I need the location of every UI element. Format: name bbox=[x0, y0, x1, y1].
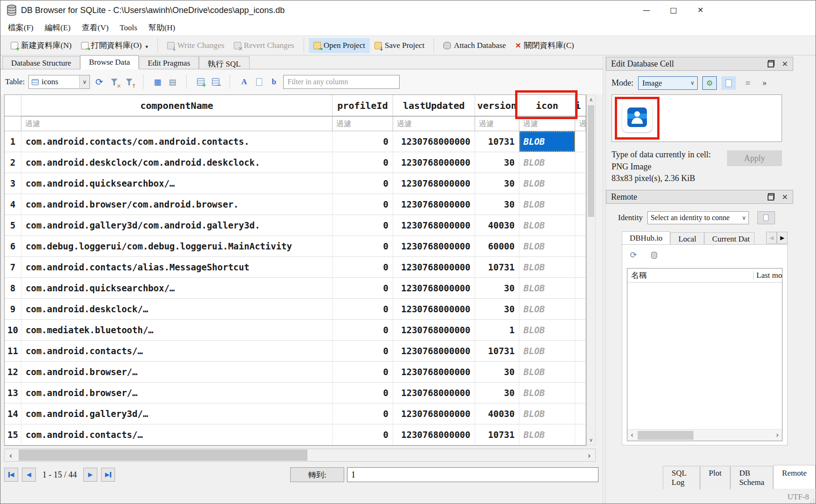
close-panel-icon[interactable]: ✕ bbox=[782, 60, 788, 68]
component-name-cell[interactable]: com.android.deskclock/… bbox=[21, 299, 333, 319]
icon-blob-cell[interactable]: BLOB bbox=[519, 403, 575, 424]
menu-file[interactable]: 檔案(F) bbox=[2, 21, 39, 34]
scroll-down-icon[interactable]: ∨ bbox=[587, 435, 595, 444]
icon-blob-cell[interactable]: BLOB bbox=[519, 362, 575, 382]
encoding-status[interactable]: UTF-8 bbox=[788, 492, 809, 502]
overflow-cell[interactable] bbox=[575, 194, 586, 215]
clone-database-button[interactable] bbox=[648, 249, 660, 261]
remote-list-modified-header[interactable]: Last mo bbox=[753, 271, 782, 280]
table-row[interactable]: 10com.mediatek.bluetooth/…01230768000000… bbox=[5, 320, 586, 341]
resize-grip[interactable] bbox=[810, 499, 815, 504]
component-name-cell[interactable]: com.android.browser/com.android.browser. bbox=[21, 194, 333, 215]
profile-id-cell[interactable]: 0 bbox=[333, 215, 393, 235]
delete-record-button[interactable] bbox=[210, 76, 221, 87]
last-updated-cell[interactable]: 1230768000000 bbox=[393, 299, 475, 319]
open-project-button[interactable]: Open Project bbox=[309, 38, 370, 53]
remote-list-scrollbar[interactable]: ‹ › bbox=[627, 429, 782, 441]
vertical-scrollbar[interactable]: ∧ ∨ bbox=[586, 94, 596, 445]
filter-componentName[interactable]: 過濾 bbox=[21, 116, 333, 131]
table-row[interactable]: 15com.android.contacts/…0123076800000010… bbox=[5, 424, 586, 445]
save-table-view-button[interactable]: ▦ bbox=[152, 76, 163, 87]
last-updated-cell[interactable]: 1230768000000 bbox=[393, 403, 475, 424]
horizontal-scrollbar[interactable]: ‹ › bbox=[4, 449, 596, 462]
profile-id-cell[interactable]: 0 bbox=[333, 194, 393, 215]
table-row[interactable]: 5com.android.gallery3d/com.android.galle… bbox=[5, 215, 586, 236]
profile-id-cell[interactable]: 0 bbox=[333, 152, 393, 173]
identity-select[interactable]: Select an identity to conne ∨ bbox=[647, 211, 749, 224]
goto-button[interactable]: 轉到: bbox=[290, 467, 344, 482]
horizontal-scroll-thumb[interactable] bbox=[19, 450, 307, 461]
icon-blob-cell[interactable]: BLOB bbox=[519, 320, 575, 340]
tab-scroll-right-icon[interactable]: ▶ bbox=[777, 232, 788, 244]
column-header-icon[interactable]: icon bbox=[519, 95, 575, 116]
scroll-left-icon[interactable]: ‹ bbox=[627, 430, 637, 440]
icon-blob-cell[interactable]: BLOB bbox=[519, 383, 575, 403]
version-cell[interactable]: 30 bbox=[475, 383, 519, 403]
version-cell[interactable]: 40030 bbox=[475, 215, 519, 235]
table-row[interactable]: 9com.android.deskclock/…0123076800000030… bbox=[5, 299, 586, 320]
print-button[interactable]: ▤ bbox=[167, 76, 178, 87]
close-panel-icon[interactable]: ✕ bbox=[782, 193, 788, 202]
overflow-cell[interactable] bbox=[575, 215, 586, 235]
profile-id-cell[interactable]: 0 bbox=[333, 383, 393, 403]
menu-edit[interactable]: 編輯(E) bbox=[39, 21, 76, 34]
component-name-cell[interactable]: com.debug.loggerui/com.debug.loggerui.Ma… bbox=[21, 236, 333, 256]
row-number-cell[interactable]: 5 bbox=[5, 215, 21, 235]
version-cell[interactable]: 40030 bbox=[475, 403, 519, 424]
icon-blob-cell[interactable]: BLOB bbox=[519, 236, 575, 256]
column-header-overflow[interactable]: i bbox=[575, 95, 586, 116]
tab-plot[interactable]: Plot bbox=[700, 466, 730, 490]
menu-view[interactable]: 查看(V) bbox=[76, 21, 115, 34]
component-name-cell[interactable]: com.android.quicksearchbox/… bbox=[21, 173, 333, 194]
version-cell[interactable]: 60000 bbox=[475, 236, 519, 256]
component-name-cell[interactable]: com.mediatek.bluetooth/… bbox=[21, 320, 333, 340]
overflow-cell[interactable] bbox=[575, 173, 586, 194]
table-row[interactable]: 6com.debug.loggerui/com.debug.loggerui.M… bbox=[5, 236, 586, 257]
column-header-version[interactable]: version bbox=[475, 95, 519, 116]
tab-remote[interactable]: Remote bbox=[773, 465, 816, 489]
overflow-cell[interactable] bbox=[575, 320, 586, 340]
table-row[interactable]: 12com.android.browser/…0123076800000030B… bbox=[5, 362, 586, 383]
row-number-cell[interactable]: 11 bbox=[5, 341, 21, 361]
last-updated-cell[interactable]: 1230768000000 bbox=[393, 424, 475, 445]
profile-id-cell[interactable]: 0 bbox=[333, 257, 393, 277]
attach-database-button[interactable]: Attach Database bbox=[439, 38, 510, 53]
overflow-cell[interactable] bbox=[575, 299, 586, 319]
word-wrap-button[interactable]: ≡ bbox=[741, 76, 755, 90]
profile-id-cell[interactable]: 0 bbox=[333, 403, 393, 424]
clear-filters-button[interactable]: ✕ bbox=[109, 76, 120, 87]
revert-changes-button[interactable]: Revert Changes bbox=[229, 38, 299, 53]
save-project-button[interactable]: Save Project bbox=[370, 38, 429, 53]
component-name-cell[interactable]: com.android.browser/… bbox=[21, 383, 333, 403]
pane-splitter[interactable] bbox=[603, 55, 606, 504]
filter-profileId[interactable]: 過濾 bbox=[333, 116, 393, 131]
row-number-cell[interactable]: 9 bbox=[5, 299, 21, 319]
table-select[interactable]: icons ∨ bbox=[28, 75, 90, 89]
mode-select[interactable]: Image ∨ bbox=[638, 76, 698, 90]
filter-overflow[interactable]: 過濾 bbox=[575, 116, 586, 131]
row-number-cell[interactable]: 8 bbox=[5, 278, 21, 298]
icon-blob-cell[interactable]: BLOB bbox=[519, 257, 575, 277]
icon-blob-cell[interactable]: BLOB bbox=[519, 173, 575, 194]
open-database-button[interactable]: 打開資料庫(O) ▾ bbox=[76, 37, 153, 54]
column-header-profileId[interactable]: profileId bbox=[333, 95, 393, 116]
version-cell[interactable]: 30 bbox=[475, 362, 519, 382]
identity-import-button[interactable] bbox=[757, 211, 775, 224]
menu-help[interactable]: 幫助(H) bbox=[143, 21, 181, 34]
icon-blob-cell[interactable]: BLOB bbox=[519, 341, 575, 361]
profile-id-cell[interactable]: 0 bbox=[333, 173, 393, 194]
row-number-cell[interactable]: 2 bbox=[5, 152, 21, 173]
overflow-cell[interactable] bbox=[575, 278, 586, 298]
remote-tab-local[interactable]: Local bbox=[670, 232, 704, 245]
write-changes-button[interactable]: Write Changes bbox=[163, 38, 229, 53]
last-updated-cell[interactable]: 1230768000000 bbox=[393, 362, 475, 382]
scroll-right-icon[interactable]: › bbox=[583, 449, 595, 461]
tab-scroll-left-icon[interactable]: ◀ bbox=[766, 232, 777, 244]
component-name-cell[interactable]: com.android.gallery3d/com.android.galler… bbox=[21, 215, 333, 235]
table-row[interactable]: 1com.android.contacts/com.android.contac… bbox=[5, 131, 586, 152]
next-page-button[interactable]: ▶ bbox=[83, 468, 97, 482]
last-updated-cell[interactable]: 1230768000000 bbox=[393, 152, 475, 173]
version-cell[interactable]: 10731 bbox=[475, 257, 519, 277]
open-database-dropdown-icon[interactable]: ▾ bbox=[145, 44, 148, 51]
goto-record-input[interactable] bbox=[347, 467, 598, 482]
